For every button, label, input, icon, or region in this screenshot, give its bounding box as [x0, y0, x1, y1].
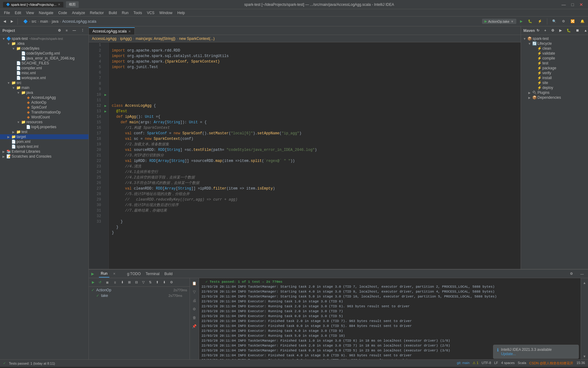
- bottom-tab-todo[interactable]: g:TODO: [125, 270, 142, 277]
- tree-node-resources[interactable]: ▼ 📁 resources: [0, 120, 89, 125]
- trash-icon[interactable]: 🗑: [191, 314, 198, 321]
- tree-node-codestyleconfig[interactable]: ▶ 📄 codeStyleConfig.xml: [0, 51, 89, 56]
- run-settings[interactable]: ⚙: [168, 279, 175, 285]
- back-button[interactable]: ◀: [2, 18, 8, 24]
- menu-vcs[interactable]: VCS: [145, 10, 157, 16]
- import-button[interactable]: ⬆: [154, 279, 160, 285]
- status-linesep[interactable]: LF: [494, 361, 498, 366]
- run-take[interactable]: ✓ take 2s770ms: [89, 293, 190, 298]
- sort-button[interactable]: ⇅: [147, 279, 153, 285]
- title-tab-1[interactable]: 🔷 spark-test [~/IdeaProjects/sp... ✕: [3, 2, 63, 7]
- editor-tab-close[interactable]: ✕: [128, 30, 131, 33]
- maven-settings[interactable]: ⚙: [549, 28, 556, 33]
- editor-tab-accesslogagg[interactable]: AccessLogAgg.scala ✕: [89, 27, 135, 35]
- tree-node-root[interactable]: ▼ 🔷 spark-test ~/IdeaProjects/spark-test: [0, 36, 89, 41]
- editor-breadcrumb-sparkcontext[interactable]: new SparkContext(...): [179, 36, 215, 41]
- maven-package[interactable]: ▶ ⚡ package: [521, 66, 588, 71]
- menu-view[interactable]: View: [24, 10, 36, 16]
- status-indent[interactable]: 4 spaces: [501, 361, 515, 366]
- menu-build[interactable]: Build: [106, 10, 119, 16]
- bottom-tab-terminal[interactable]: Terminal: [144, 270, 161, 277]
- tree-node-iml[interactable]: ▶ 📄 spark-test.iml: [0, 144, 89, 149]
- breadcrumb-main[interactable]: main: [40, 19, 48, 24]
- maven-compile[interactable]: ▶ ⚡ compile: [521, 56, 588, 61]
- filter-button[interactable]: ▽: [140, 279, 146, 285]
- editor-breadcrumb-ipagg[interactable]: ipAgg(): [120, 36, 132, 41]
- menu-window[interactable]: Window: [157, 10, 175, 16]
- rerun-button[interactable]: ▶: [90, 279, 96, 285]
- menu-edit[interactable]: Edit: [12, 10, 24, 16]
- menu-navigate[interactable]: Navigate: [36, 10, 56, 16]
- tree-node-accesslogagg[interactable]: ▶ ◆ AccessLogAgg: [0, 95, 89, 100]
- run-actionop[interactable]: ✓ ActionOp 2s770ms: [89, 287, 190, 293]
- notification-update-link[interactable]: Update...: [501, 352, 516, 356]
- tree-node-codestyles[interactable]: ▼ 📁 codeStyles: [0, 46, 89, 51]
- tree-node-transformationop[interactable]: ▶ ◆ TransformationOp: [0, 110, 89, 115]
- print-icon[interactable]: 🖨: [191, 297, 198, 304]
- maven-validate[interactable]: ▶ ⚡ validate: [521, 51, 588, 56]
- tree-node-actionop[interactable]: ▶ ◆ ActionOp: [0, 100, 89, 105]
- tree-node-pom[interactable]: ▶ 📄 pom.xml: [0, 139, 89, 144]
- gear-icon[interactable]: ⚙: [191, 305, 198, 313]
- maven-add[interactable]: +: [542, 28, 548, 33]
- run-button[interactable]: ▶: [518, 18, 524, 24]
- coverage-button[interactable]: ⚡: [536, 18, 544, 24]
- pause-button[interactable]: ⏸: [111, 280, 119, 285]
- breadcrumb-java[interactable]: java: [52, 19, 58, 24]
- export-button[interactable]: ⬇: [161, 279, 168, 285]
- breadcrumb-src[interactable]: src: [32, 19, 36, 24]
- maven-debug[interactable]: 🐛: [565, 28, 573, 33]
- status-encoding[interactable]: UTF-8: [481, 361, 491, 366]
- menu-refactor[interactable]: Refactor: [88, 10, 106, 16]
- tree-node-sprkconf[interactable]: ▶ ◆ SprkConf: [0, 105, 89, 110]
- menu-analyze[interactable]: Analyze: [70, 10, 88, 16]
- stop-button[interactable]: ⏹: [104, 280, 111, 285]
- menu-run[interactable]: Run: [119, 10, 131, 16]
- forward-button[interactable]: ▶: [9, 18, 15, 24]
- tree-node-misc[interactable]: ▶ 📄 misc.xml: [0, 71, 89, 75]
- tree-node-test[interactable]: ▶ 📁 test: [0, 129, 89, 134]
- bottom-tab-run[interactable]: Run: [99, 270, 109, 278]
- maven-stop[interactable]: ⏹: [574, 28, 581, 33]
- maven-plugins-header[interactable]: ▶ 🔌 Plugins: [521, 90, 588, 95]
- tree-node-idea[interactable]: ▼ 📁 .idea: [0, 41, 89, 46]
- code-editor[interactable]: 12345 678910 1112131415 1617181920 21222…: [89, 42, 521, 269]
- tree-node-main[interactable]: ▼ 📁 main: [0, 85, 89, 90]
- expand-all[interactable]: ⊞: [126, 279, 133, 285]
- bottom-tab-build[interactable]: Build: [163, 270, 175, 277]
- tree-node-target[interactable]: ▶ 📁 target: [0, 134, 89, 139]
- console-icon[interactable]: 📋: [191, 280, 198, 287]
- project-sort-icon[interactable]: ≡: [64, 28, 70, 33]
- maven-run[interactable]: ▶: [557, 28, 564, 33]
- collapse-all[interactable]: ⊟: [133, 279, 140, 285]
- git-button[interactable]: 🔀: [569, 18, 577, 24]
- maven-deploy[interactable]: ▶ ⚡ deploy: [521, 85, 588, 90]
- scroll-down[interactable]: ▼: [582, 353, 588, 359]
- pin-icon[interactable]: 📌: [191, 323, 198, 330]
- maven-clean[interactable]: ▶ ⚡ clean: [521, 46, 588, 51]
- scroll-up[interactable]: ▲: [582, 280, 588, 286]
- rerun-failed[interactable]: ↺: [97, 279, 103, 285]
- menu-file[interactable]: File: [2, 10, 12, 16]
- run-config-selector[interactable]: ▶ ActionOp.take ▼: [482, 19, 516, 24]
- status-lang[interactable]: Scala: [518, 361, 526, 366]
- run-gutter-icon[interactable]: ▶: [103, 92, 108, 98]
- title-tab-2[interactable]: 概图: [66, 1, 79, 8]
- status-git[interactable]: git: main: [457, 361, 470, 366]
- filter-icon[interactable]: ▽: [191, 288, 198, 296]
- tree-node-external-libs[interactable]: ▶ 📚 External Libraries: [0, 149, 89, 154]
- close-button[interactable]: ✕: [578, 2, 585, 8]
- tree-node-scratches[interactable]: ▶ 📝 Scratches and Consoles: [0, 154, 89, 159]
- maven-install[interactable]: ▶ ⚡ install: [521, 75, 588, 80]
- tree-node-wordcount[interactable]: ▶ ◆ WordCount: [0, 115, 89, 120]
- tree-node-log4j[interactable]: ▶ 📄 log4j.properties: [0, 125, 89, 129]
- code-content[interactable]: import org.apache.spark.rdd.RDD import o…: [109, 42, 521, 269]
- breadcrumb-spark-test[interactable]: 🔷: [23, 19, 28, 24]
- minimize-button[interactable]: —: [560, 2, 568, 8]
- maven-project-root[interactable]: ▼ 📦 spark-test: [521, 36, 588, 41]
- project-settings-icon[interactable]: ⚙: [56, 28, 63, 33]
- maven-verify[interactable]: ▶ ⚡ verify: [521, 71, 588, 75]
- tree-node-compiler[interactable]: ▶ 📄 compiler.xml: [0, 66, 89, 71]
- maximize-button[interactable]: □: [570, 2, 576, 8]
- run-gutter-icon-2[interactable]: ▶: [103, 103, 108, 109]
